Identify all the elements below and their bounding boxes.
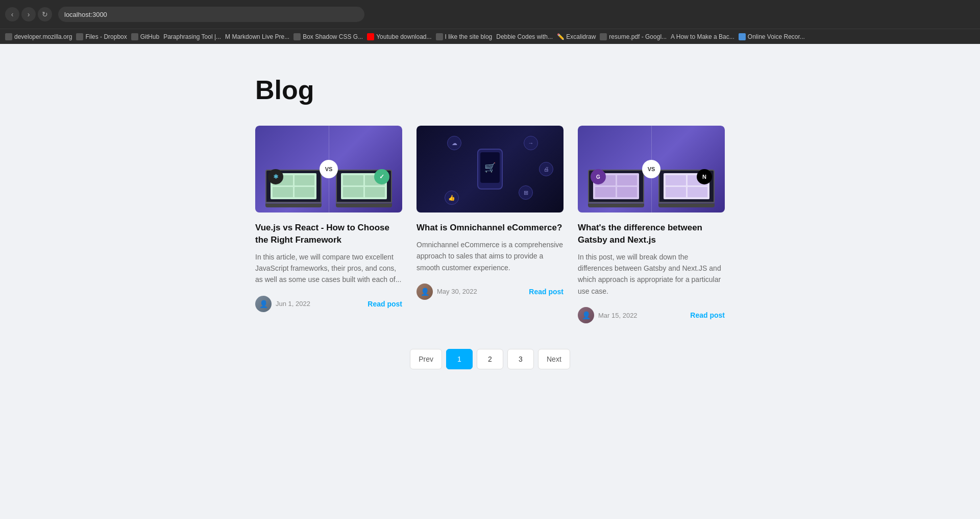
read-post-link-1[interactable]: Read post [368, 300, 402, 308]
page-3-button[interactable]: 3 [507, 349, 534, 369]
phone-graphic: 🛒 [477, 149, 503, 190]
gatsby-tech-badge: G [591, 169, 606, 184]
screen-cell [666, 175, 686, 185]
screen-cell [617, 175, 638, 185]
post-date-3: Mar 15, 2022 [598, 312, 638, 319]
vs-badge: VS [320, 160, 338, 178]
gatsby-image: G VS N [578, 126, 725, 213]
bookmark-blog[interactable]: I like the site blog [436, 33, 493, 40]
author-info-3: 👤 Mar 15, 2022 [578, 307, 638, 323]
card-footer-3: 👤 Mar 15, 2022 Read post [578, 307, 725, 323]
card-footer-2: 👤 May 30, 2022 Read post [416, 284, 564, 300]
avatar-face: 👤 [578, 307, 594, 323]
browser-chrome: ‹ › ↻ localhost:3000 [0, 0, 980, 29]
card-title-3: What's the difference between Gatsby and… [578, 222, 725, 246]
bookmark-favicon [367, 33, 374, 40]
page-1-button[interactable]: 1 [446, 349, 473, 369]
bookmark-paraphrasing[interactable]: Paraphrasing Tool |... [163, 33, 221, 40]
bookmark-debbie[interactable]: Debbie Codes with... [496, 33, 553, 40]
reload-button[interactable]: ↻ [38, 7, 52, 21]
blog-card-1: ⚛ VS ✓ [255, 126, 402, 323]
bookmark-howto[interactable]: A How to Make a Bac... [671, 33, 734, 40]
screen-cell [688, 187, 708, 197]
post-date-2: May 30, 2022 [437, 288, 477, 295]
bookmark-dropbox[interactable]: Files - Dropbox [76, 33, 127, 40]
screen-cell [295, 175, 315, 185]
bookmark-boxshadow[interactable]: Box Shadow CSS G... [293, 33, 363, 40]
post-date-1: Jun 1, 2022 [276, 300, 310, 308]
pagination: Prev 1 2 3 Next [255, 349, 725, 369]
laptop-base [588, 203, 644, 207]
phone-screen: 🛒 [480, 152, 500, 183]
bookmark-favicon [293, 33, 301, 40]
laptop-base [658, 203, 715, 207]
orbit-dot-5: 🖨 [539, 162, 553, 176]
bookmark-favicon [76, 33, 83, 40]
screen-cell [295, 187, 315, 197]
card-excerpt-2: Omnichannel eCommerce is a comprehensive… [416, 239, 564, 273]
bookmark-favicon [5, 33, 12, 40]
bookmark-favicon [739, 33, 746, 40]
author-avatar-3: 👤 [578, 307, 594, 323]
vs-badge-gatsby: VS [642, 160, 660, 178]
address-bar[interactable]: localhost:3000 [58, 7, 364, 22]
bookmark-voice[interactable]: Online Voice Recor... [739, 33, 805, 40]
url-text: localhost:3000 [64, 11, 107, 18]
laptop-base [336, 203, 392, 207]
page-2-button[interactable]: 2 [477, 349, 503, 369]
screen-cell [273, 187, 293, 197]
laptop-base [265, 203, 322, 207]
bookmark-favicon [436, 33, 443, 40]
screen-cell [617, 187, 638, 197]
bookmark-favicon [131, 33, 138, 40]
card-title-1: Vue.js vs React - How to Choose the Righ… [255, 222, 402, 246]
bookmark-youtube[interactable]: Youtube download... [367, 33, 431, 40]
bookmark-markdown[interactable]: M Markdown Live Pre... [225, 33, 289, 40]
page-content: Blog [0, 44, 980, 519]
orbit-dot-1: ☁ [447, 136, 461, 150]
screen-cell [595, 187, 616, 197]
bookmark-favicon [600, 33, 607, 40]
bookmark-excalidraw[interactable]: ✏️ Excalidraw [557, 33, 596, 40]
browser-nav-controls: ‹ › ↻ [5, 7, 52, 21]
screen-cell [343, 175, 363, 185]
back-button[interactable]: ‹ [5, 7, 19, 21]
next-button[interactable]: Next [538, 349, 570, 369]
vue-tech-badge: ✓ [374, 169, 389, 184]
card-excerpt-1: In this article, we will compare two exc… [255, 251, 402, 286]
bookmark-resume[interactable]: resume.pdf - Googl... [600, 33, 667, 40]
cart-icon: 🛒 [484, 162, 496, 173]
read-post-link-2[interactable]: Read post [529, 288, 564, 296]
card-image-3: G VS N [578, 126, 725, 213]
avatar-face: 👤 [416, 284, 433, 300]
prev-button[interactable]: Prev [410, 349, 442, 369]
card-excerpt-3: In this post, we will break down the dif… [578, 251, 725, 297]
screen-cell [365, 187, 385, 197]
next-tech-badge: N [697, 169, 712, 184]
blog-card-2: 🛒 ☁ → 👍 ⊞ 🖨 What is Omnichannel eCommerc… [416, 126, 564, 323]
bookmark-mozilla[interactable]: developer.mozilla.org [5, 33, 72, 40]
author-info-2: 👤 May 30, 2022 [416, 284, 477, 300]
page-title: Blog [255, 75, 725, 105]
author-avatar-1: 👤 [255, 296, 272, 312]
react-tech-badge: ⚛ [268, 169, 283, 184]
read-post-link-3[interactable]: Read post [690, 311, 725, 319]
screen-cell [666, 187, 686, 197]
bookmarks-bar: developer.mozilla.org Files - Dropbox Gi… [0, 29, 980, 44]
card-image-1: ⚛ VS ✓ [255, 126, 402, 213]
main-container: Blog [235, 75, 745, 369]
card-footer-1: 👤 Jun 1, 2022 Read post [255, 296, 402, 312]
card-image-2: 🛒 ☁ → 👍 ⊞ 🖨 [416, 126, 564, 213]
bookmark-github[interactable]: GitHub [131, 33, 159, 40]
vuereact-image: ⚛ VS ✓ [255, 126, 402, 213]
blog-card-3: G VS N [578, 126, 725, 323]
author-info-1: 👤 Jun 1, 2022 [255, 296, 310, 312]
forward-button[interactable]: › [21, 7, 36, 21]
orbit-dot-3: 👍 [445, 191, 459, 205]
orbit-dot-2: → [524, 136, 538, 150]
card-title-2: What is Omnichannel eCommerce? [416, 222, 564, 234]
avatar-face: 👤 [255, 296, 272, 312]
author-avatar-2: 👤 [416, 284, 433, 300]
blog-grid: ⚛ VS ✓ [255, 126, 725, 323]
screen-cell [343, 187, 363, 197]
